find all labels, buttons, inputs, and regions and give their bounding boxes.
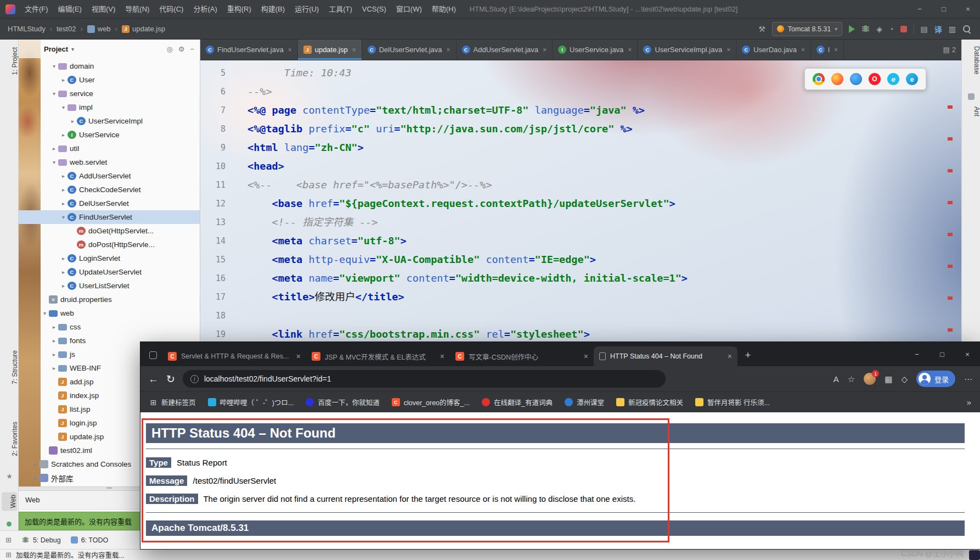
url-text[interactable]: localhost/test02/findUserServlet?id=1 [204, 374, 331, 383]
editor-tab[interactable]: CUserDao.java× [736, 40, 811, 60]
tree-chevron-icon[interactable]: ▸ [59, 283, 67, 289]
code-line[interactable]: 9<html lang="zh-CN"> [200, 138, 961, 157]
tree-item[interactable]: ▸CLoginServlet [19, 251, 200, 265]
tab-close-icon[interactable]: × [834, 46, 838, 54]
code-line[interactable]: 17 <title>修改用户</title> [200, 288, 961, 306]
code-line[interactable]: 11<%-- <base href="<%=basePath%>"/>--%> [200, 176, 961, 194]
favorites-star-icon[interactable]: ☆ [848, 375, 855, 383]
code-line[interactable]: 19 <link href="css/bootstrap.min.css" re… [200, 325, 961, 344]
tree-chevron-icon[interactable]: ▸ [59, 269, 67, 275]
browser-close-button[interactable]: × [955, 342, 980, 366]
wrench-icon[interactable]: ⚒ [758, 25, 765, 33]
tree-item[interactable]: mdoGet(HttpServlet... [19, 224, 200, 238]
bookmark-item[interactable]: 哔哩哔哩（ ゜-゜)つロ... [208, 397, 294, 407]
edge-icon[interactable]: e [906, 73, 918, 85]
bookmark-item[interactable]: 在线翻译_有道词典 [482, 397, 553, 407]
extension-icon[interactable]: 1 [864, 373, 876, 385]
tab-close-icon[interactable]: × [728, 352, 732, 361]
tree-chevron-icon[interactable]: ▾ [59, 104, 67, 110]
browser-menu-icon[interactable]: ⋯ [964, 375, 972, 383]
editor-tab[interactable]: CFindUserServlet.java× [200, 40, 298, 60]
code-line[interactable]: 8<%@taglib prefix="c" uri="http://java.s… [200, 120, 961, 138]
tree-item[interactable]: ▸CUpdateUserServlet [19, 265, 200, 279]
tree-chevron-icon[interactable]: ▾ [59, 214, 67, 220]
editor-tab[interactable]: Cl× [811, 40, 844, 60]
tree-chevron-icon[interactable]: ▾ [50, 159, 58, 165]
tree-chevron-icon[interactable]: ▾ [50, 91, 58, 97]
tree-chevron-icon[interactable]: ▸ [69, 118, 77, 124]
settings-gear-icon[interactable]: ⚙ [178, 45, 185, 53]
menubar-item[interactable]: 窗口(W) [391, 0, 427, 19]
tool-button-database[interactable]: Database [962, 46, 980, 74]
tree-chevron-icon[interactable]: ▸ [59, 255, 67, 261]
hide-panel-icon[interactable]: − [190, 45, 194, 53]
menubar-item[interactable]: VCS(S) [357, 0, 391, 19]
code-line[interactable]: 10<head> [200, 157, 961, 176]
chrome-icon[interactable] [813, 73, 825, 85]
tool-button-project[interactable]: 1: Project [0, 47, 19, 75]
project-panel-title[interactable]: Project [44, 45, 68, 53]
breadcrumb-item[interactable]: test02 [57, 25, 76, 33]
bookmark-item[interactable]: 暂伴月将影 行乐须... [695, 397, 770, 407]
tool-windows-icon[interactable]: ⊞ [5, 536, 12, 544]
menubar-item[interactable]: 重构(R) [222, 0, 256, 19]
refresh-icon[interactable]: ↻ [166, 374, 175, 384]
web-panel-title[interactable]: Web [25, 496, 40, 504]
bookmarks-overflow-icon[interactable]: » [967, 397, 971, 407]
browser-maximize-button[interactable]: □ [930, 342, 955, 366]
code-line[interactable]: 18 [200, 306, 961, 325]
bookmark-item[interactable]: 新冠疫情论文相关 [616, 397, 683, 407]
editor-tab[interactable]: IUserService.java× [553, 40, 638, 60]
tab-close-icon[interactable]: × [288, 46, 292, 54]
profiler-button[interactable]: ◔ [889, 25, 893, 33]
code-line[interactable]: 13 <!-- 指定字符集 --> [200, 213, 961, 232]
browser-tab[interactable]: CServlet & HTTP & Request & Res...× [162, 346, 306, 366]
menubar-item[interactable]: 导航(N) [120, 0, 154, 19]
tool-button-structure[interactable]: 7: Structure [0, 350, 19, 384]
firefox-icon[interactable] [831, 73, 843, 85]
tree-item[interactable]: ▾impl [19, 100, 200, 114]
tree-chevron-icon[interactable]: ▸ [50, 324, 58, 330]
editor-tab[interactable]: Jupdate.jsp× [298, 40, 362, 60]
favorites-star-icon[interactable]: ★ [0, 472, 19, 480]
todo-tool-button[interactable]: 6: TODO [71, 536, 109, 544]
breadcrumb-item[interactable]: web [87, 25, 111, 33]
coverage-button[interactable]: ◈ [876, 25, 882, 33]
tree-item[interactable]: ▸CUser [19, 73, 200, 87]
locate-file-icon[interactable]: ◎ [166, 45, 172, 53]
tree-item[interactable]: ▸CCheckCodeServlet [19, 183, 200, 197]
layout-icon[interactable]: ▥ [949, 25, 956, 33]
attach-icon[interactable]: ▤ [921, 25, 928, 33]
tab-close-icon[interactable]: × [352, 46, 356, 54]
bookmark-item[interactable]: Cclover_oreo的博客_... [392, 397, 470, 407]
browser-tab[interactable]: CJSP & MVC开发模式 & EL表达式× [306, 346, 450, 366]
menubar-item[interactable]: 分析(A) [188, 0, 222, 19]
code-line[interactable]: 14 <meta charset="utf-8"> [200, 232, 961, 250]
tree-item[interactable]: ▸CDelUserServlet [19, 197, 200, 210]
menubar-item[interactable]: 文件(F) [20, 0, 53, 19]
tree-chevron-icon[interactable]: ▸ [59, 200, 67, 206]
shield-icon[interactable]: ◇ [901, 375, 908, 383]
tree-chevron-icon[interactable]: ▸ [59, 173, 67, 179]
tree-chevron-icon[interactable]: ▸ [59, 132, 67, 138]
tree-item[interactable]: ▸CUserServiceImpl [19, 114, 200, 128]
bookmark-item[interactable]: 潭州课堂 [565, 397, 604, 407]
tree-chevron-icon[interactable]: ▸ [50, 338, 58, 344]
tool-button-ant[interactable]: Ant [962, 107, 980, 116]
error-stripe-marks[interactable] [948, 77, 953, 376]
tool-window-switcher-icon[interactable]: ⊞ [5, 551, 12, 559]
browser-tab[interactable]: HTTP Status 404 – Not Found× [594, 346, 737, 366]
tool-button-web[interactable]: Web [2, 492, 17, 511]
run-button[interactable] [849, 25, 855, 33]
editor-tab[interactable]: CAddUserServlet.java× [457, 40, 553, 60]
code-line[interactable]: 12 <base href="${pageContext.request.con… [200, 194, 961, 213]
tree-chevron-icon[interactable]: ▸ [50, 145, 58, 152]
opera-icon[interactable]: O [869, 73, 881, 85]
tree-item[interactable]: ▾CFindUserServlet [19, 210, 200, 224]
tree-item[interactable]: ▾web.servlet [19, 155, 200, 169]
menubar-item[interactable]: 运行(U) [290, 0, 324, 19]
bookmark-item[interactable]: 百度一下，你就知道 [306, 397, 380, 407]
breadcrumb-item[interactable]: Jupdate.jsp [122, 25, 165, 33]
browser-tab[interactable]: C写文章-CSDN创作中心× [450, 346, 594, 366]
tab-close-icon[interactable]: × [447, 46, 450, 54]
